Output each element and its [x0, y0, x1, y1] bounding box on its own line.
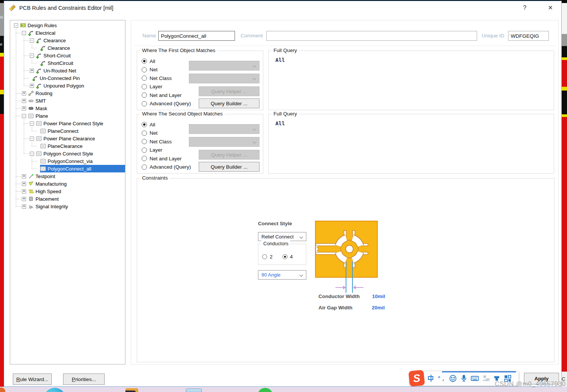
expand-box[interactable]: +: [22, 106, 26, 111]
tree-item-mask[interactable]: +Mask: [10, 105, 125, 112]
radio-icon[interactable]: [142, 156, 147, 161]
tree-item-clearance-rule[interactable]: Clearance: [10, 44, 125, 52]
tree-item-polygon-connect-style[interactable]: -Polygon Connect Style: [10, 150, 125, 157]
expand-box[interactable]: +: [30, 84, 34, 88]
chinese-mode-icon[interactable]: [426, 374, 436, 383]
expand-box[interactable]: -: [30, 152, 34, 156]
name-input[interactable]: [158, 31, 235, 41]
expand-box[interactable]: +: [30, 69, 34, 73]
radio-first-net-class[interactable]: Net Class: [142, 74, 191, 83]
tree-item-planeconnect[interactable]: PlaneConnect: [10, 127, 125, 135]
expand-box[interactable]: -: [30, 54, 34, 58]
radio-first-net[interactable]: Net: [142, 66, 191, 74]
tree-item-high-speed[interactable]: +High Speed: [10, 188, 125, 195]
radio-icon[interactable]: [142, 122, 147, 127]
soft-keyboard-icon[interactable]: [470, 374, 479, 383]
radio-icon[interactable]: [142, 75, 147, 81]
expand-box[interactable]: +: [22, 182, 26, 186]
tree-item-short-circuit-category[interactable]: -Short-Circuit: [10, 52, 125, 59]
radio-conductors-2[interactable]: 2: [262, 252, 273, 261]
expand-box[interactable]: -: [22, 114, 26, 118]
taskbar-browser-icon[interactable]: [44, 388, 66, 392]
tree-item-polygonconnect-all[interactable]: PolygonConnect_all: [10, 165, 125, 172]
tree-item-electrical[interactable]: -Electrical: [10, 29, 125, 37]
comment-input[interactable]: [266, 31, 477, 41]
second-query-builder-button[interactable]: Query Builder ...: [199, 162, 260, 172]
radio-second-net[interactable]: Net: [142, 129, 191, 138]
radio-second-all[interactable]: All: [142, 120, 191, 129]
radio-icon[interactable]: [142, 84, 147, 89]
tree-item-plane[interactable]: -Plane: [10, 112, 125, 120]
radio-icon[interactable]: [142, 148, 147, 153]
punctuation-icon[interactable]: °，: [437, 374, 446, 383]
expand-box[interactable]: -: [30, 137, 34, 141]
expand-box[interactable]: -: [30, 38, 34, 43]
radio-second-advanced[interactable]: Advanced (Query): [142, 163, 191, 172]
expand-box[interactable]: +: [22, 189, 26, 194]
arrow-left-icon: [353, 286, 363, 289]
expand-box[interactable]: +: [22, 197, 26, 201]
login-user-icon[interactable]: 14: [481, 374, 490, 383]
tree-item-testpoint[interactable]: +Testpoint: [10, 172, 125, 180]
close-button[interactable]: ✕: [545, 2, 556, 14]
tree-item-clearance-category[interactable]: -Clearance: [10, 37, 125, 44]
conductor-width-value[interactable]: 10mil: [372, 294, 385, 299]
sogou-logo-icon[interactable]: S: [408, 370, 425, 387]
expand-box[interactable]: +: [22, 204, 26, 209]
radio-icon[interactable]: [142, 139, 147, 144]
expand-box[interactable]: -: [14, 23, 18, 28]
help-button[interactable]: ?: [519, 2, 530, 14]
radio-first-advanced[interactable]: Advanced (Query): [142, 100, 191, 108]
radio-icon[interactable]: [142, 164, 147, 170]
expand-box[interactable]: +: [22, 91, 26, 95]
radio-second-net-and-layer[interactable]: Net and Layer: [142, 154, 191, 163]
radio-second-layer[interactable]: Layer: [142, 146, 191, 155]
tree-item-smt[interactable]: +SMT: [10, 97, 125, 105]
expand-box[interactable]: -: [30, 121, 34, 126]
tree-item-signal-integrity[interactable]: +Signal Integrity: [10, 203, 125, 210]
rules-tree[interactable]: -Design Rules -Electrical -Clearance Cle…: [10, 20, 125, 364]
tree-item-power-plane-connect-style[interactable]: -Power Plane Connect Style: [10, 120, 125, 127]
tree-item-manufacturing[interactable]: +Manufacturing: [10, 180, 125, 188]
radio-icon[interactable]: [262, 254, 267, 259]
taskbar-window-icon[interactable]: [186, 389, 202, 392]
tree-item-unpoured-polygon[interactable]: +Unpoured Polygon: [10, 82, 125, 89]
radio-first-net-and-layer[interactable]: Net and Layer: [142, 91, 191, 100]
tree-item-unconnected-pin[interactable]: Un-Connected Pin: [10, 74, 125, 82]
emoji-icon[interactable]: [448, 374, 457, 383]
tree-item-placement[interactable]: +Placement: [10, 195, 125, 203]
first-query-builder-button[interactable]: Query Builder ...: [199, 98, 260, 108]
expand-box[interactable]: +: [22, 99, 26, 103]
taskbar[interactable]: [0, 387, 567, 392]
tree-item-polygonconnect-via[interactable]: PolygonConnect_via: [10, 157, 125, 165]
tree-item-planeclearance[interactable]: PlaneClearance: [10, 142, 125, 150]
voice-input-icon[interactable]: [459, 374, 468, 383]
tree-item-design-rules[interactable]: -Design Rules: [10, 22, 125, 29]
taskbar-app-icon[interactable]: [125, 388, 138, 392]
priorities-button[interactable]: Priorities...: [63, 374, 105, 385]
expand-box[interactable]: -: [22, 31, 26, 35]
tree-item-power-plane-clearance[interactable]: -Power Plane Clearance: [10, 135, 125, 142]
radio-conductors-4[interactable]: 4: [283, 252, 293, 261]
tree-item-unrouted-net[interactable]: +Un-Routed Net: [10, 67, 125, 74]
rule-wizard-button[interactable]: Rule Wizard...: [13, 374, 52, 385]
radio-first-layer[interactable]: Layer: [142, 83, 191, 91]
connect-style-dropdown[interactable]: Relief Connect: [258, 232, 306, 241]
tree-item-routing[interactable]: +Routing: [10, 89, 125, 97]
radio-icon[interactable]: [142, 131, 147, 136]
taskbar-wechat-icon[interactable]: [258, 388, 273, 392]
radio-first-all[interactable]: All: [142, 57, 191, 66]
radio-icon[interactable]: [142, 67, 147, 72]
tree-item-shortcircuit-rule[interactable]: ShortCircuit: [10, 59, 125, 67]
radio-icon[interactable]: [142, 92, 147, 98]
radio-icon[interactable]: [142, 58, 147, 64]
radio-icon[interactable]: [283, 254, 287, 259]
expand-box[interactable]: +: [22, 174, 26, 178]
angle-dropdown[interactable]: 90 Angle: [258, 270, 306, 280]
unique-id-input[interactable]: [508, 31, 549, 41]
air-gap-width-value[interactable]: 20mil: [372, 305, 385, 311]
taskbar-icon[interactable]: [0, 387, 5, 392]
title-bar[interactable]: PCB Rules and Constraints Editor [mil] ?…: [4, 1, 561, 15]
radio-icon[interactable]: [142, 101, 147, 106]
radio-second-net-class[interactable]: Net Class: [142, 137, 191, 146]
